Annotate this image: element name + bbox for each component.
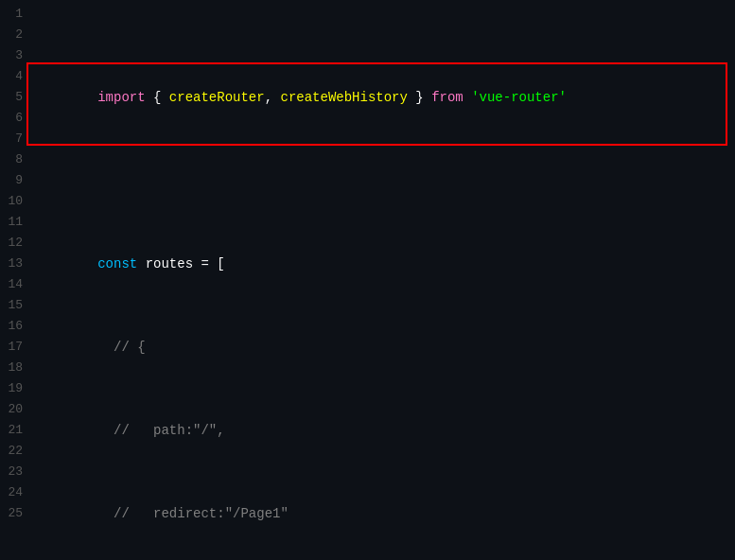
code-line <box>34 149 727 170</box>
line-numbers: 1 2 3 4 5 6 7 8 9 10 11 12 13 14 15 16 1… <box>0 4 26 560</box>
code-line: const routes = [ <box>34 233 727 254</box>
code-line: import { createRouter, createWebHistory … <box>34 66 727 87</box>
code-line: // { <box>34 316 727 337</box>
code-line: // path:"/", <box>34 399 727 420</box>
code-content: import { createRouter, createWebHistory … <box>26 4 735 560</box>
code-area: 1 2 3 4 5 6 7 8 9 10 11 12 13 14 15 16 1… <box>0 0 735 560</box>
code-line: // redirect:"/Page1" <box>34 482 727 503</box>
code-editor: 1 2 3 4 5 6 7 8 9 10 11 12 13 14 15 16 1… <box>0 0 735 560</box>
